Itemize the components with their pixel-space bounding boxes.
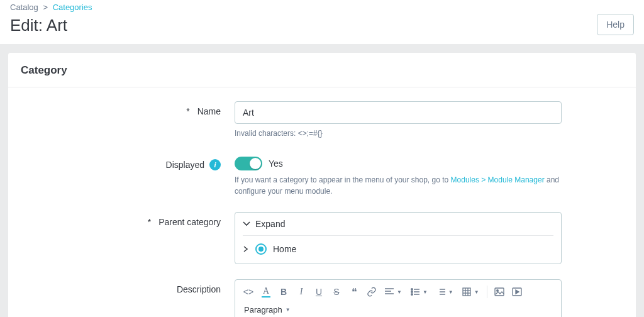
info-icon[interactable]: i xyxy=(209,159,221,170)
displayed-toggle[interactable] xyxy=(235,157,262,170)
help-button[interactable]: Help xyxy=(597,14,634,35)
italic-icon[interactable]: I xyxy=(293,284,309,300)
rich-text-editor: <> A B I U S ❝ xyxy=(235,279,562,317)
strike-icon[interactable]: S xyxy=(328,284,345,300)
panel-title: Category xyxy=(8,53,636,87)
editor-toolbar: <> A B I U S ❝ xyxy=(235,280,561,317)
align-icon[interactable]: ▼ xyxy=(381,284,406,300)
bullet-list-icon[interactable]: ▼ xyxy=(407,284,431,300)
name-input[interactable] xyxy=(235,101,562,124)
underline-icon[interactable]: U xyxy=(311,284,327,300)
page-header: Catalog > Categories Edit: Art Help xyxy=(0,0,644,45)
displayed-help: If you want a category to appear in the … xyxy=(235,174,562,197)
displayed-label: Displayed i xyxy=(21,154,235,170)
svg-point-3 xyxy=(411,289,413,290)
table-icon[interactable]: ▼ xyxy=(458,284,483,300)
image-icon[interactable] xyxy=(491,284,508,300)
description-label: Description xyxy=(21,279,235,294)
text-color-icon[interactable]: A xyxy=(258,284,274,300)
source-code-icon[interactable]: <> xyxy=(240,284,257,300)
svg-point-5 xyxy=(411,291,413,292)
bold-icon[interactable]: B xyxy=(275,284,292,300)
chevron-right-icon xyxy=(243,246,249,252)
page-title: Edit: Art xyxy=(10,16,92,35)
parent-label: *Parent category xyxy=(21,212,235,227)
breadcrumb-sep: > xyxy=(43,3,48,12)
displayed-value: Yes xyxy=(269,158,283,169)
toolbar-separator xyxy=(487,286,487,298)
tree-expand-button[interactable]: Expand xyxy=(243,219,553,236)
video-icon[interactable] xyxy=(509,284,525,300)
paragraph-select[interactable]: Paragraph ▼ xyxy=(240,301,294,317)
parent-tree: Expand Home xyxy=(235,212,562,264)
breadcrumb-current[interactable]: Categories xyxy=(53,3,92,12)
name-help: Invalid characters: <>;=#{} xyxy=(235,128,562,139)
svg-rect-12 xyxy=(463,288,470,296)
radio-selected-icon[interactable] xyxy=(255,243,267,255)
svg-point-18 xyxy=(496,290,498,292)
svg-point-7 xyxy=(411,294,413,295)
link-icon[interactable] xyxy=(364,284,380,300)
chevron-down-icon xyxy=(243,220,250,228)
breadcrumb-root: Catalog xyxy=(10,3,38,12)
category-panel: Category *Name Invalid characters: <>;=#… xyxy=(8,52,636,317)
blockquote-icon[interactable]: ❝ xyxy=(346,284,362,300)
breadcrumb: Catalog > Categories xyxy=(10,3,92,12)
numbered-list-icon[interactable]: ▼ xyxy=(433,284,457,300)
tree-item-label: Home xyxy=(273,244,296,254)
tree-item-home[interactable]: Home xyxy=(243,236,553,255)
module-manager-link[interactable]: Modules > Module Manager xyxy=(451,175,545,184)
name-label: *Name xyxy=(21,101,235,116)
